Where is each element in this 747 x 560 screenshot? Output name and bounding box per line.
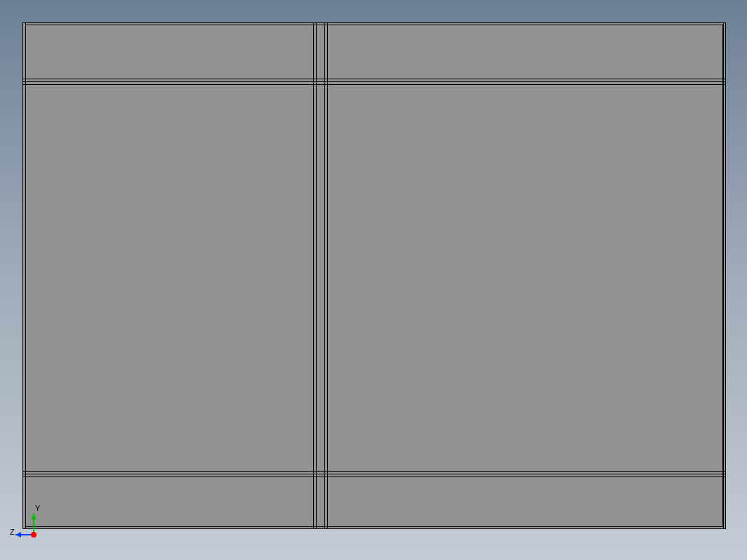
edge-seam-right-outer [327, 22, 328, 529]
svg-point-4 [31, 532, 37, 538]
edge-bottom-band-2 [22, 474, 726, 474]
edge-seam-right-inner [324, 22, 325, 529]
edge-seam-left-outer [313, 22, 314, 529]
edge-top-band-3 [22, 84, 726, 85]
model-inset [25, 25, 723, 527]
svg-marker-1 [15, 532, 21, 538]
edge-seam-left-inner [316, 22, 317, 529]
edge-right-inset [723, 22, 724, 529]
axis-label-z: Z [10, 528, 15, 536]
edge-top-band-1 [22, 79, 726, 79]
edge-top-band-2 [22, 81, 726, 82]
edge-left-inset [25, 22, 26, 529]
edge-bottom-band-3 [22, 476, 726, 477]
cad-viewport[interactable]: Z Y [0, 0, 747, 560]
edge-bottom-band-1 [22, 471, 726, 472]
